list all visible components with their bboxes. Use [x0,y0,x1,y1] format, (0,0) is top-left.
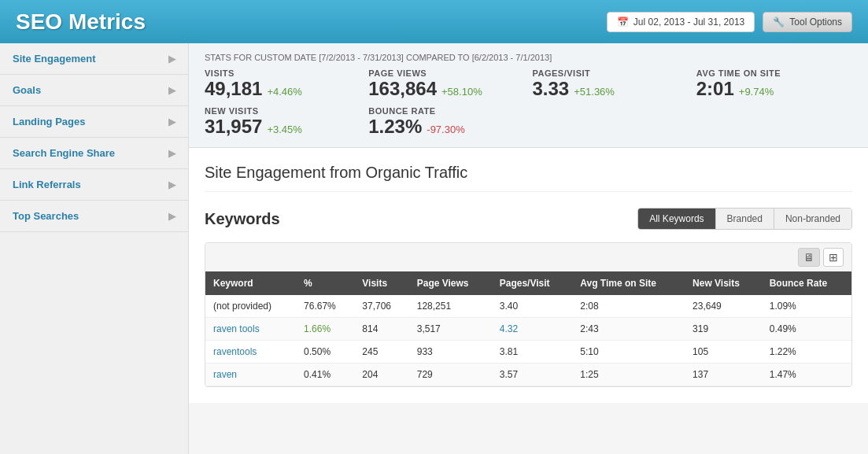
cell-bounce: 1.22% [762,341,851,364]
cell-page-views: 128,251 [409,295,492,318]
sidebar-item-link-referrals[interactable]: Link Referrals ▶ [0,169,188,201]
sidebar-item-goals[interactable]: Goals ▶ [0,75,188,106]
keywords-title: Keywords [205,210,280,228]
cell-page-views: 3,517 [409,318,492,341]
stats-bar: STATS FOR CUSTOM DATE [7/2/2013 - 7/31/2… [189,43,868,148]
layout: Site Engagement ▶ Goals ▶ Landing Pages … [0,43,868,454]
stat-avg-time: AVG TIME ON SITE 2:01 +9.74% [696,68,852,100]
cell-ppv: 3.81 [492,341,573,364]
table-row: raven 0.41% 204 729 3.57 1:25 137 1.47% [205,364,851,386]
cell-new-visits: 105 [685,341,762,364]
col-bounce-rate: Bounce Rate [762,271,851,295]
cell-bounce: 0.49% [762,318,851,341]
cell-avg-time: 2:08 [572,295,685,318]
stat-visits: VISITS 49,181 +4.46% [205,68,360,100]
stat-visits-change: +4.46% [267,86,301,98]
cell-bounce: 1.09% [762,295,851,318]
keywords-table-container: 🖥 ⊞ Keyword % Visits Page Views Pages/Vi… [205,242,852,387]
stat-avg-time-value: 2:01 +9.74% [696,78,852,100]
stat-page-views-label: PAGE VIEWS [368,68,524,78]
cell-page-views: 933 [409,341,492,364]
stat-new-visits-value: 31,957 +3.45% [205,116,360,138]
stats-grid-row2: NEW VISITS 31,957 +3.45% BOUNCE RATE 1.2… [205,106,852,138]
tool-options-label: Tool Options [789,17,842,28]
table-row: raventools 0.50% 245 933 3.81 5:10 105 1… [205,341,851,364]
stat-bounce-change: -97.30% [427,124,464,135]
chevron-right-icon: ▶ [168,85,175,96]
content-area: Site Engagement from Organic Traffic Key… [189,148,868,403]
stat-bounce-label: BOUNCE RATE [368,106,524,116]
cell-visits: 37,706 [354,295,408,318]
stat-new-visits: NEW VISITS 31,957 +3.45% [205,106,360,138]
table-view-button[interactable]: 🖥 [798,248,820,267]
cell-keyword: (not provided) [205,295,296,318]
header: SEO Metrics 📅 Jul 02, 2013 - Jul 31, 201… [0,0,868,43]
cell-visits: 245 [354,341,408,364]
sidebar-item-search-engine-share[interactable]: Search Engine Share ▶ [0,138,188,169]
section-title: Site Engagement from Organic Traffic [205,164,852,192]
cell-new-visits: 23,649 [685,295,762,318]
cell-keyword[interactable]: raven [205,364,296,386]
sidebar-label-goals: Goals [13,84,41,96]
sidebar-label-search-engine-share: Search Engine Share [13,147,115,159]
cell-pct: 1.66% [296,318,354,341]
stat-bounce-number: 1.23% [368,116,422,138]
col-pct: % [296,271,354,295]
date-range-button[interactable]: 📅 Jul 02, 2013 - Jul 31, 2013 [607,12,755,32]
cell-visits: 204 [354,364,408,386]
stat-avg-time-number: 2:01 [696,78,734,100]
table-row: (not provided) 76.67% 37,706 128,251 3.4… [205,295,851,318]
main-content: STATS FOR CUSTOM DATE [7/2/2013 - 7/31/2… [189,43,868,454]
stat-page-views-change: +58.10% [441,86,482,98]
stat-avg-time-change: +9.74% [739,86,774,98]
col-visits: Visits [354,271,408,295]
stat-pages-per-visit: PAGES/VISIT 3.33 +51.36% [533,68,689,100]
cell-ppv[interactable]: 4.32 [492,318,573,341]
cell-pct: 76.67% [296,295,354,318]
stat-ppv-change: +51.36% [574,86,615,98]
page-title: SEO Metrics [16,9,146,35]
grid-view-button[interactable]: ⊞ [823,248,844,267]
cell-new-visits: 137 [685,364,762,386]
col-page-views: Page Views [409,271,492,295]
cell-pct: 0.41% [296,364,354,386]
tool-options-button[interactable]: 🔧 Tool Options [763,12,852,32]
stat-page-views-value: 163,864 +58.10% [368,78,524,100]
cell-avg-time: 2:43 [572,318,685,341]
cell-avg-time: 5:10 [572,341,685,364]
sidebar-item-site-engagement[interactable]: Site Engagement ▶ [0,43,188,75]
cell-keyword[interactable]: raventools [205,341,296,364]
stat-new-visits-label: NEW VISITS [205,106,360,116]
cell-pct: 0.50% [296,341,354,364]
sidebar-label-site-engagement: Site Engagement [13,53,95,65]
stat-bounce-rate: BOUNCE RATE 1.23% -97.30% [368,106,524,138]
cell-keyword[interactable]: raven tools [205,318,296,341]
sidebar: Site Engagement ▶ Goals ▶ Landing Pages … [0,43,189,454]
sidebar-item-top-searches[interactable]: Top Searches ▶ [0,201,188,232]
stat-new-visits-change: +3.45% [267,124,301,135]
stat-avg-time-label: AVG TIME ON SITE [696,68,852,78]
filter-branded[interactable]: Branded [716,209,774,229]
sidebar-item-landing-pages[interactable]: Landing Pages ▶ [0,106,188,138]
stat-visits-value: 49,181 +4.46% [205,78,360,100]
stat-visits-number: 49,181 [205,78,262,100]
stat-bounce-value: 1.23% -97.30% [368,116,524,138]
col-avg-time: Avg Time on Site [572,271,685,295]
date-range-label: Jul 02, 2013 - Jul 31, 2013 [633,17,744,28]
table-row: raven tools 1.66% 814 3,517 4.32 2:43 31… [205,318,851,341]
col-pages-per-visit: Pages/Visit [492,271,573,295]
chevron-right-icon: ▶ [168,116,175,127]
cell-ppv: 3.40 [492,295,573,318]
calendar-icon: 📅 [617,17,629,28]
cell-new-visits: 319 [685,318,762,341]
col-new-visits: New Visits [685,271,762,295]
cell-page-views: 729 [409,364,492,386]
stat-page-views-number: 163,864 [368,78,437,100]
filter-non-branded[interactable]: Non-branded [774,209,851,229]
monitor-icon: 🖥 [803,251,814,264]
chevron-right-icon: ▶ [168,148,175,159]
stat-ppv-label: PAGES/VISIT [533,68,689,78]
wrench-icon: 🔧 [773,17,785,28]
filter-all-keywords[interactable]: All Keywords [638,209,715,229]
keywords-table: Keyword % Visits Page Views Pages/Visit … [205,271,851,386]
